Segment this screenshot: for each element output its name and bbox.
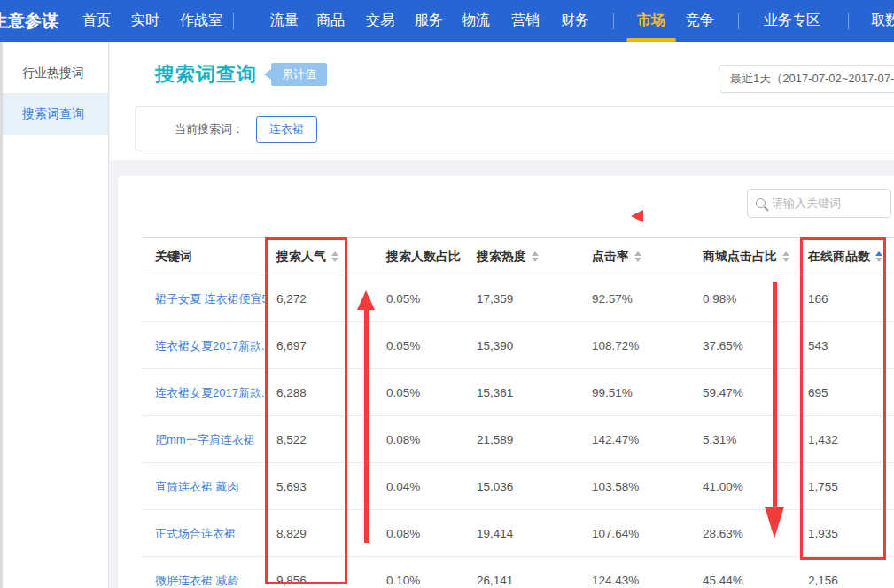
value-cell: 0.05% (347, 386, 461, 399)
nav-item-8[interactable]: 物流 (462, 0, 490, 42)
sidebar: 行业热搜词搜索词查询 (0, 42, 109, 588)
value-cell: 0.98% (682, 292, 797, 306)
search-term-chip[interactable]: 连衣裙 (256, 116, 317, 143)
value-cell: 15,361 (461, 386, 567, 399)
sort-down-icon (331, 258, 338, 262)
keyword-cell: 连衣裙女夏2017新款... (143, 337, 266, 354)
value-cell: 59.47% (682, 386, 797, 399)
nav-item-9[interactable]: 营销 (511, 0, 540, 42)
value-cell: 1,935 (797, 527, 894, 540)
value-cell: 543 (797, 339, 894, 352)
sidebar-item-1[interactable]: 行业热搜词 (0, 53, 108, 94)
value-cell: 1,755 (797, 480, 894, 493)
column-label: 在线商品数 (808, 249, 870, 265)
keyword-link[interactable]: 裙子女夏 连衣裙便宜5.. (155, 292, 266, 306)
table-row: 肥mm一字肩连衣裙8,5220.08%21,589142.47%5.31%1,4… (143, 416, 894, 463)
value-cell: 8,829 (266, 527, 347, 540)
nav-item-7[interactable]: 服务 (415, 0, 443, 42)
keyword-link[interactable]: 连衣裙女夏2017新款... (155, 386, 266, 399)
value-cell: 37.65% (682, 339, 797, 352)
column-header-5[interactable]: 点击率 (567, 249, 682, 265)
sort-down-icon (782, 258, 789, 262)
column-header-1: 关键词 (143, 249, 266, 265)
value-cell: 26,141 (461, 574, 567, 587)
value-cell: 99.51% (567, 386, 682, 399)
keyword-link[interactable]: 直筒连衣裙 藏肉 (155, 480, 239, 493)
keyword-link[interactable]: 微胖连衣裙 减龄 (155, 574, 239, 587)
column-header-7[interactable]: 在线商品数 (797, 249, 894, 265)
top-nav: 生意参谋首页实时作战室流量商品交易服务物流营销财务市场竞争业务专区取数 (0, 0, 894, 42)
sort-down-icon (532, 258, 539, 262)
value-cell: 5,693 (266, 480, 347, 493)
sort-up-icon (634, 251, 641, 256)
nav-item-14[interactable]: 取数 (871, 0, 894, 42)
nav-item-6[interactable]: 交易 (366, 0, 394, 42)
column-header-6[interactable]: 商城点击占比 (682, 249, 797, 265)
current-search-term-box: 当前搜索词： 连衣裙 (135, 106, 894, 151)
app-logo: 生意参谋 (0, 0, 58, 42)
sort-icon[interactable] (634, 251, 641, 262)
sort-down-icon (634, 258, 641, 262)
value-cell: 41.00% (682, 480, 797, 493)
sort-icon[interactable] (782, 251, 789, 262)
nav-item-12[interactable]: 竞争 (686, 0, 714, 42)
nav-divider (613, 13, 614, 29)
table-row: 裙子女夏 连衣裙便宜5..6,2720.05%17,35992.57%0.98%… (143, 275, 894, 322)
value-cell: 2,156 (797, 574, 894, 587)
keyword-link[interactable]: 连衣裙女夏2017新款... (155, 339, 266, 352)
keyword-search-input[interactable] (772, 197, 882, 210)
current-search-term-label: 当前搜索词： (175, 121, 244, 137)
sort-icon[interactable] (532, 251, 539, 262)
sort-icon[interactable] (875, 251, 882, 262)
nav-item-13[interactable]: 业务专区 (764, 0, 820, 42)
nav-item-1[interactable]: 首页 (82, 0, 111, 42)
sort-up-icon (782, 251, 789, 256)
keyword-cell: 连衣裙女夏2017新款... (143, 384, 266, 401)
sort-icon[interactable] (331, 251, 338, 262)
search-icon (756, 198, 766, 208)
sort-up-icon (532, 251, 539, 256)
page-header: 搜索词查询 累计值 最近1天（2017-07-02~2017-07-02 当前搜… (110, 42, 894, 160)
value-cell: 19,414 (461, 527, 567, 540)
results-card: 关键词搜索人气搜索人数占比搜索热度点击率商城点击占比在线商品数裙子女夏 连衣裙便… (118, 176, 894, 588)
column-label: 关键词 (155, 249, 192, 265)
column-header-3[interactable]: 搜索人数占比 (347, 249, 461, 265)
column-label: 商城点击占比 (703, 249, 777, 265)
nav-item-4[interactable]: 流量 (270, 0, 299, 42)
keyword-search-box[interactable] (747, 189, 891, 218)
value-cell: 15,036 (461, 480, 567, 493)
sort-up-icon (331, 251, 338, 256)
column-label: 搜索热度 (477, 249, 526, 265)
value-cell: 5.31% (682, 433, 797, 446)
keyword-cell: 肥mm一字肩连衣裙 (143, 431, 266, 448)
value-cell: 21,589 (461, 433, 567, 446)
keyword-cell: 裙子女夏 连衣裙便宜5.. (143, 290, 266, 307)
keyword-cell: 微胖连衣裙 减龄 (143, 572, 266, 588)
nav-item-10[interactable]: 财务 (561, 0, 589, 42)
value-cell: 0.10% (347, 574, 461, 587)
keyword-link[interactable]: 正式场合连衣裙 (155, 527, 236, 540)
value-cell: 6,272 (266, 292, 347, 306)
keyword-link[interactable]: 肥mm一字肩连衣裙 (155, 433, 255, 446)
nav-item-2[interactable]: 实时 (131, 0, 159, 42)
sidebar-item-2[interactable]: 搜索词查询 (0, 94, 108, 135)
date-range-selector[interactable]: 最近1天（2017-07-02~2017-07-02 (719, 65, 894, 93)
value-cell: 166 (797, 292, 894, 306)
value-cell: 0.08% (347, 433, 461, 446)
sort-up-icon (875, 251, 882, 256)
value-cell: 15,390 (461, 339, 567, 352)
value-cell: 695 (797, 386, 894, 399)
nav-item-11[interactable]: 市场 (637, 0, 665, 42)
table-row: 直筒连衣裙 藏肉5,6930.04%15,036103.58%41.00%1,7… (143, 463, 894, 510)
value-cell: 107.64% (567, 527, 682, 540)
value-cell: 0.04% (347, 480, 461, 493)
table-row: 连衣裙女夏2017新款...6,6970.05%15,390108.72%37.… (143, 322, 894, 369)
value-cell: 45.44% (682, 574, 797, 587)
nav-item-3[interactable]: 作战室 (180, 0, 222, 42)
column-header-4[interactable]: 搜索热度 (461, 249, 567, 265)
value-cell: 142.47% (567, 433, 682, 446)
value-cell: 92.57% (567, 292, 682, 306)
column-label: 点击率 (592, 249, 629, 265)
nav-item-5[interactable]: 商品 (316, 0, 345, 42)
column-header-2[interactable]: 搜索人气 (266, 249, 347, 265)
